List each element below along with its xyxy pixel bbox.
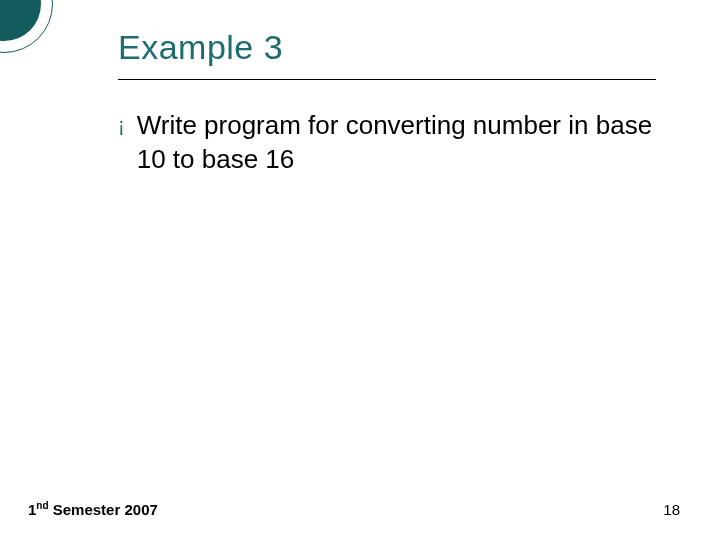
bullet-item: ¡ Write program for converting number in… xyxy=(118,108,658,176)
title-underline xyxy=(118,79,656,80)
slide-container: Example 3 ¡ Write program for converting… xyxy=(0,0,720,540)
outer-circle xyxy=(0,0,53,53)
slide-title: Example 3 xyxy=(118,28,658,67)
bullet-marker-icon: ¡ xyxy=(118,108,125,142)
page-number: 18 xyxy=(663,501,680,518)
title-area: Example 3 xyxy=(118,28,658,80)
body-area: ¡ Write program for converting number in… xyxy=(118,108,658,176)
footer-semester-ord: nd xyxy=(36,500,48,511)
inner-circle xyxy=(0,0,41,41)
bullet-text: Write program for converting number in b… xyxy=(137,108,658,176)
footer-semester-rest: Semester 2007 xyxy=(49,501,158,518)
footer-semester: 1nd Semester 2007 xyxy=(28,500,158,518)
corner-decoration xyxy=(0,0,53,53)
